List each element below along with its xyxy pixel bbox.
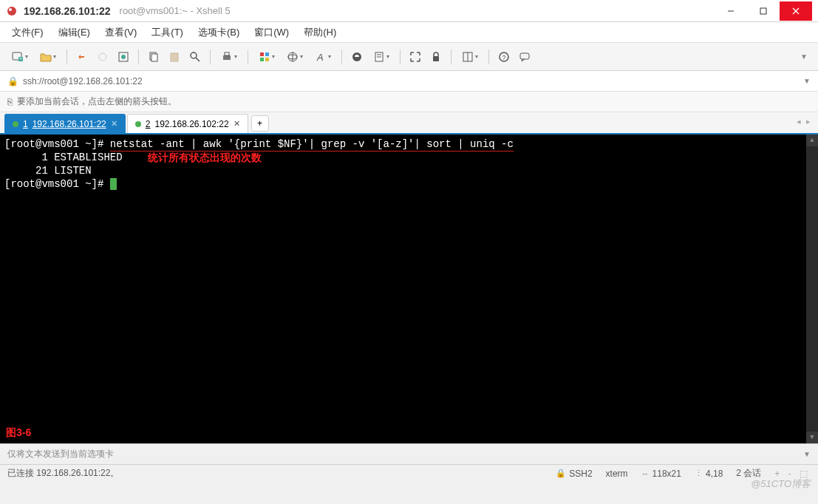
script-button[interactable] [369,48,394,66]
fullscreen-button[interactable] [406,48,424,66]
output-line: 1 ESTABLISHED [4,151,814,164]
toolbar-separator [210,50,211,64]
command-text: netstat -ant | awk '{print $NF}'| grep -… [110,138,514,151]
status-connection: 已连接 192.168.26.101:22。 [7,467,542,480]
menu-view[interactable]: 查看(V) [102,23,140,42]
status-cursor: ⋮4,18 [695,469,723,479]
lock-icon: 🔒 [556,469,566,478]
menu-file[interactable]: 文件(F) [9,23,47,42]
svg-rect-13 [151,54,157,61]
layout-button[interactable] [457,48,483,66]
figure-label: 图3-6 [6,426,31,439]
hint-text: 要添加当前会话，点击左侧的箭头按钮。 [17,95,177,108]
svg-rect-31 [433,56,439,61]
toolbar-separator [341,50,342,64]
maximize-button[interactable] [747,1,780,21]
status-protocol: 🔒SSH2 [556,469,592,479]
add-tab-button[interactable]: + [251,115,269,132]
title-bar: 192.168.26.101:22 root@vms001:~ - Xshell… [0,0,818,22]
address-dropdown-icon[interactable]: ▼ [803,77,811,85]
svg-point-9 [99,53,106,61]
color-scheme-button[interactable] [254,48,279,66]
svg-rect-22 [265,58,269,61]
status-controls[interactable]: + - ⬚ [774,469,811,479]
connection-status-icon [13,121,18,127]
toolbar-separator [451,50,451,64]
menu-tools[interactable]: 工具(T) [149,23,186,42]
toolbar-separator [138,50,139,64]
svg-rect-20 [265,52,269,56]
status-bar: 已连接 192.168.26.101:22。 🔒SSH2 xterm ↔118x… [0,464,818,482]
tab-label: 192.168.26.102:22 [154,119,228,129]
scroll-up-icon[interactable]: ▲ [806,134,818,146]
properties-button[interactable] [115,48,132,66]
find-button[interactable] [186,48,204,66]
close-button[interactable] [780,1,812,21]
address-url[interactable]: ssh://root@192.168.26.101:22 [23,76,143,86]
terminal-area[interactable]: [root@vms001 ~]# netstat -ant | awk '{pr… [0,134,818,443]
terminal-scrollbar[interactable]: ▲ ▼ [806,134,818,443]
menu-tabs[interactable]: 选项卡(B) [195,23,242,42]
svg-point-15 [191,52,197,58]
svg-rect-14 [171,53,178,61]
send-bar-dropdown-icon[interactable]: ▼ [803,450,811,458]
prompt: [root@vms001 ~]# [4,178,103,190]
cursor-icon [110,178,117,190]
menu-window[interactable]: 窗口(W) [251,23,292,42]
annotation-text: 统计所有状态出现的次数 [148,151,262,164]
feedback-button[interactable] [516,48,534,66]
window-controls [715,1,812,21]
reconnect-button[interactable] [73,48,91,66]
toolbar-separator [67,50,67,64]
svg-text:?: ? [502,54,505,61]
session-tab-1[interactable]: 1 192.168.26.101:22 ✕ [4,114,126,133]
send-bar-text: 仅将文本发送到当前选项卡 [7,448,114,460]
new-session-button[interactable]: + [7,48,33,66]
window-subtitle: root@vms001:~ - Xshell 5 [120,5,231,16]
tab-number: 1 [23,119,28,129]
tab-nav-arrows[interactable]: ◂ ▸ [797,117,812,126]
cursor-pos-icon: ⋮ [695,469,703,478]
copy-button[interactable] [145,48,163,66]
help-button[interactable]: ? [495,48,513,66]
svg-rect-3 [760,8,766,14]
svg-rect-17 [223,55,231,60]
status-termtype: xterm [606,469,628,479]
svg-text:A: A [316,52,324,63]
xagent-button[interactable] [348,48,366,66]
scroll-down-icon[interactable]: ▼ [806,432,818,443]
paste-button[interactable] [166,48,183,66]
encoding-button[interactable] [282,48,307,66]
menu-bar: 文件(F) 编辑(E) 查看(V) 工具(T) 选项卡(B) 窗口(W) 帮助(… [0,22,818,43]
font-button[interactable]: A [310,48,335,66]
tab-close-icon[interactable]: ✕ [234,119,240,129]
svg-text:+: + [19,56,22,61]
toolbar-separator [488,50,489,64]
menu-edit[interactable]: 编辑(E) [55,23,93,42]
status-sessions: 2 会话 [736,467,761,480]
hint-arrow-icon[interactable]: ⎘ [7,97,13,107]
svg-rect-18 [225,52,229,55]
send-bar[interactable]: 仅将文本发送到当前选项卡 ▼ [0,443,818,464]
lock-button[interactable] [427,48,445,66]
output-line: 21 LISTEN [4,164,814,177]
open-button[interactable] [35,48,61,66]
prompt: [root@vms001 ~]# [4,138,103,150]
svg-line-16 [196,58,200,61]
address-bar: 🔒 ssh://root@192.168.26.101:22 ▼ [0,71,818,92]
session-tab-2[interactable]: 2 192.168.26.102:22 ✕ [127,114,248,133]
svg-point-0 [7,7,16,16]
menu-help[interactable]: 帮助(H) [301,23,339,42]
svg-point-1 [9,8,12,11]
tab-close-icon[interactable]: ✕ [111,119,117,129]
disconnect-button[interactable] [94,48,112,66]
toolbar-separator [400,50,401,64]
size-icon: ↔ [641,469,650,478]
tab-number: 2 [146,119,151,129]
toolbar-overflow-icon[interactable]: ▼ [797,50,811,64]
status-size: ↔118x21 [641,469,681,479]
print-button[interactable] [217,48,242,66]
minimize-button[interactable] [715,1,747,21]
app-icon [6,5,18,17]
toolbar: + A ? ▼ [0,43,818,71]
